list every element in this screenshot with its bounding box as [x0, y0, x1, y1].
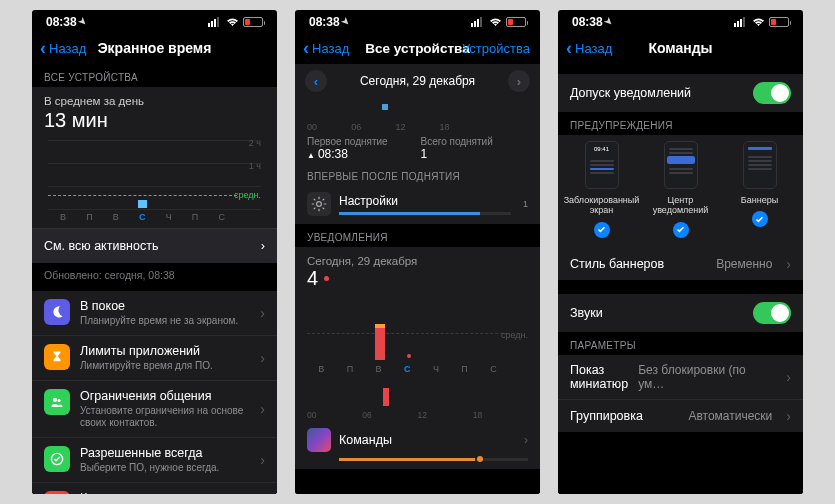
svg-rect-15: [737, 21, 739, 27]
chevron-right-icon: ›: [524, 433, 528, 447]
row-downtime[interactable]: В покоеПланируйте время не за экраном. ›: [32, 291, 277, 336]
location-icon: ➤: [339, 16, 352, 29]
svg-point-4: [53, 398, 57, 402]
battery-icon: [506, 17, 526, 27]
battery-icon: [769, 17, 789, 27]
triangle-up-icon: ▲: [307, 151, 315, 160]
first-app-row[interactable]: Настройки 1: [295, 186, 540, 218]
svg-point-13: [317, 202, 322, 207]
preview-lock-screen[interactable]: 09:41 Заблокированный экран: [567, 141, 637, 238]
row-communication-limits[interactable]: Ограничения общенияУстановите ограничени…: [32, 381, 277, 438]
notification-center-mock-icon: [664, 141, 698, 189]
allow-notifications-row[interactable]: Допуск уведомлений: [558, 74, 803, 112]
row-app-limits[interactable]: Лимиты приложенийЛимитируйте время для П…: [32, 336, 277, 381]
toggle-allow-notifications[interactable]: [753, 82, 791, 104]
svg-rect-2: [214, 19, 216, 27]
chevron-right-icon: ›: [261, 239, 265, 253]
checkmark-icon: [594, 222, 610, 238]
first-pickup-value: 08:38: [318, 147, 348, 161]
usage-weekly-chart[interactable]: 2 ч 1 ч средн. ВПВСЧПС: [48, 140, 261, 210]
nav-bar: ‹ Назад Все устройства Устройства: [295, 32, 540, 64]
svg-rect-14: [734, 23, 736, 27]
chevron-right-icon: ›: [786, 256, 791, 272]
page-title: Все устройства: [365, 41, 469, 56]
row-always-allowed[interactable]: Разрешенные всегдаВыберите ПО, нужное вс…: [32, 438, 277, 483]
grouping-row[interactable]: Группировка Автоматически ›: [558, 400, 803, 432]
signal-icon: [734, 17, 748, 27]
wifi-icon: [226, 17, 239, 27]
nav-bar: ‹ Назад Экранное время: [32, 32, 277, 64]
next-day-button[interactable]: ›: [508, 70, 530, 92]
svg-rect-10: [474, 21, 476, 27]
shortcuts-icon: [307, 428, 331, 452]
prev-day-button[interactable]: ‹: [305, 70, 327, 92]
page-title: Команды: [648, 40, 712, 56]
back-label: Назад: [575, 41, 612, 56]
total-pickups-value: 1: [421, 147, 529, 161]
notifications-hour-chart: 00 06 12 18: [307, 378, 528, 420]
checkmark-icon: [752, 211, 768, 227]
svg-point-5: [57, 399, 60, 402]
preview-banners[interactable]: Баннеры: [725, 141, 795, 238]
current-date: Сегодня, 29 декабря: [360, 74, 475, 88]
check-icon: [44, 446, 70, 472]
chart-bar: [375, 328, 385, 360]
devices-link[interactable]: Устройства: [462, 41, 530, 56]
svg-rect-3: [217, 17, 219, 27]
section-notifications: УВЕДОМЛЕНИЯ: [295, 224, 540, 247]
see-all-label: См. всю активность: [44, 239, 158, 253]
chevron-right-icon: ›: [260, 305, 265, 321]
row-content-privacy[interactable]: Контент и конфиденциальностьБлокируйте н…: [32, 483, 277, 494]
toggle-sounds[interactable]: [753, 302, 791, 324]
section-params: ПАРАМЕТРЫ: [558, 332, 803, 355]
nav-bar: ‹ Назад Команды: [558, 32, 803, 64]
axis-1h: 1 ч: [249, 161, 261, 171]
svg-rect-1: [211, 21, 213, 27]
chevron-right-icon: ›: [260, 350, 265, 366]
svg-rect-16: [740, 19, 742, 27]
phone-notification-settings: 08:38 ➤ ‹ Назад Команды Допуск уведомлен…: [558, 10, 803, 494]
back-button[interactable]: ‹ Назад: [303, 39, 349, 57]
nosign-icon: [44, 491, 70, 494]
first-app-name: Настройки: [339, 194, 511, 208]
svg-rect-11: [477, 19, 479, 27]
status-time: 08:38: [309, 15, 340, 29]
first-pickup-label: Первое поднятие: [307, 136, 415, 147]
chart-bar: [138, 200, 147, 208]
checkmark-icon: [673, 222, 689, 238]
chart-marker: [382, 104, 388, 110]
average-line-label: средн.: [234, 190, 261, 200]
notifications-week-chart: средн. ВПВСЧПС: [307, 292, 528, 374]
wifi-icon: [752, 17, 765, 27]
lock-screen-mock-icon: 09:41: [585, 141, 619, 189]
see-all-activity-row[interactable]: См. всю активность ›: [32, 228, 277, 263]
app-shortcuts-row[interactable]: Команды ›: [295, 422, 540, 458]
show-previews-row[interactable]: Показ миниатюр Без блокировки (по ум… ›: [558, 355, 803, 400]
chart-x-ticks: ВПВСЧПС: [50, 212, 235, 222]
back-label: Назад: [49, 41, 86, 56]
chevron-right-icon: ›: [786, 408, 791, 424]
average-label: В среднем за день: [44, 95, 265, 107]
signal-icon: [471, 17, 485, 27]
notifications-card[interactable]: Сегодня, 29 декабря 4 средн. ВПВСЧПС 00 …: [295, 247, 540, 469]
chevron-right-icon: ›: [786, 369, 791, 385]
chart-point: [407, 354, 411, 358]
banner-style-row[interactable]: Стиль баннеров Временно ›: [558, 248, 803, 280]
preview-notification-center[interactable]: Центр уведомлений: [646, 141, 716, 238]
notif-count: 4: [307, 267, 318, 290]
pickups-hour-chart[interactable]: 00061218: [307, 100, 528, 130]
svg-rect-9: [471, 23, 473, 27]
sounds-row[interactable]: Звуки: [558, 294, 803, 332]
svg-rect-12: [480, 17, 482, 27]
chevron-right-icon: ›: [260, 452, 265, 468]
settings-icon: [307, 192, 331, 216]
chevron-left-icon: ‹: [566, 39, 572, 57]
average-line: [48, 195, 237, 196]
back-button[interactable]: ‹ Назад: [566, 39, 612, 57]
section-first-after-pickup: ВПЕРВЫЕ ПОСЛЕ ПОДНЯТИЯ: [295, 167, 540, 186]
people-icon: [44, 389, 70, 415]
back-button[interactable]: ‹ Назад: [40, 39, 86, 57]
status-time: 08:38: [572, 15, 603, 29]
axis-2h: 2 ч: [249, 138, 261, 148]
back-label: Назад: [312, 41, 349, 56]
